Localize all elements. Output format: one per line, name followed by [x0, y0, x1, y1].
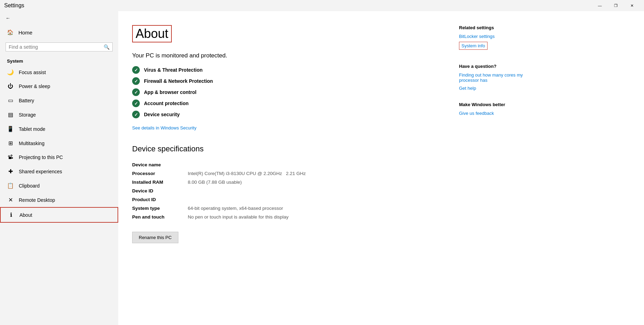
get-help-link[interactable]: Get help: [459, 86, 536, 91]
table-row: System type 64-bit operating system, x64…: [132, 204, 445, 213]
table-row: Installed RAM 8.00 GB (7.88 GB usable): [132, 178, 445, 187]
sidebar-item-storage[interactable]: ▤ Storage: [0, 108, 118, 122]
sidebar-item-label: Focus assist: [19, 70, 46, 75]
device-specs-title: Device specifications: [132, 144, 445, 153]
sidebar-item-projecting[interactable]: 📽 Projecting to this PC: [0, 150, 118, 164]
spec-value: [188, 195, 445, 204]
sidebar-item-label: Power & sleep: [19, 84, 50, 89]
search-icon[interactable]: 🔍: [104, 44, 110, 50]
checkmark-icon: ✓: [132, 88, 140, 96]
checkmark-icon: ✓: [132, 100, 140, 107]
about-icon: ℹ: [8, 212, 15, 218]
sidebar-item-battery[interactable]: ▭ Battery: [0, 93, 118, 108]
sidebar-item-tablet-mode[interactable]: 📱 Tablet mode: [0, 122, 118, 136]
spec-label: Device ID: [132, 187, 188, 195]
table-row: Processor Intel(R) Core(TM) i3-8130U CPU…: [132, 169, 445, 178]
spec-value: 64-bit operating system, x64-based proce…: [188, 204, 445, 213]
list-item: ✓ Firewall & Network Protection: [132, 77, 445, 85]
content-area: About Your PC is monitored and protected…: [132, 25, 445, 311]
titlebar-title: Settings: [4, 2, 24, 9]
table-row: Device ID: [132, 187, 445, 195]
sidebar-item-clipboard[interactable]: 📋 Clipboard: [0, 179, 118, 193]
spec-value: Intel(R) Core(TM) i3-8130U CPU @ 2.20GHz…: [188, 169, 445, 178]
table-row: Product ID: [132, 195, 445, 204]
sidebar-item-home[interactable]: 🏠 Home: [0, 25, 118, 40]
protection-item-label: Device security: [144, 112, 180, 117]
related-settings-title: Related settings: [459, 25, 536, 30]
see-details-link[interactable]: See details in Windows Security: [132, 125, 445, 130]
protection-list: ✓ Virus & Threat Protection ✓ Firewall &…: [132, 66, 445, 118]
page-title: About: [132, 25, 172, 42]
focus-assist-icon: 🌙: [7, 69, 14, 76]
titlebar-left: Settings: [4, 2, 24, 9]
sidebar-item-remote-desktop[interactable]: ✕ Remote Desktop: [0, 193, 118, 207]
close-button[interactable]: ✕: [624, 0, 640, 11]
right-panel: Related settings BitLocker settings Syst…: [459, 25, 536, 311]
sidebar-item-label: Storage: [19, 112, 36, 118]
remote-desktop-icon: ✕: [7, 197, 14, 203]
home-icon: 🏠: [7, 29, 14, 35]
spec-value: [188, 187, 445, 195]
clipboard-icon: 📋: [7, 182, 14, 189]
sidebar-item-focus-assist[interactable]: 🌙 Focus assist: [0, 65, 118, 79]
sidebar-item-label: Multitasking: [19, 141, 45, 146]
sidebar-section-system: System: [0, 56, 118, 65]
spec-value: 8.00 GB (7.88 GB usable): [188, 178, 445, 187]
spec-label: Device name: [132, 160, 188, 169]
spec-value: [188, 160, 445, 169]
bitlocker-settings-link[interactable]: BitLocker settings: [459, 34, 536, 39]
search-box[interactable]: 🔍: [6, 42, 113, 51]
sidebar-item-label: Clipboard: [19, 183, 40, 189]
battery-icon: ▭: [7, 97, 14, 104]
shared-exp-icon: ✚: [7, 168, 14, 175]
finding-cores-link[interactable]: Finding out how many cores my processor …: [459, 72, 536, 83]
titlebar: Settings — ❐ ✕: [0, 0, 644, 11]
rename-pc-button[interactable]: Rename this PC: [132, 232, 178, 243]
list-item: ✓ App & browser control: [132, 88, 445, 96]
sidebar-item-power-sleep[interactable]: ⏻ Power & sleep: [0, 79, 118, 93]
sidebar-item-about[interactable]: ℹ About: [0, 207, 118, 223]
sidebar-item-label: Remote Desktop: [19, 197, 55, 203]
protection-item-label: App & browser control: [144, 89, 196, 95]
sidebar-item-shared-experiences[interactable]: ✚ Shared experiences: [0, 164, 118, 179]
tablet-mode-icon: 📱: [7, 126, 14, 132]
sidebar-item-label: Battery: [19, 98, 34, 103]
storage-icon: ▤: [7, 111, 14, 118]
titlebar-controls: — ❐ ✕: [592, 0, 640, 11]
sidebar-item-label: Tablet mode: [19, 126, 45, 132]
system-info-link[interactable]: System info: [459, 42, 488, 50]
sidebar-item-label: Shared experiences: [19, 169, 62, 174]
spec-value: No pen or touch input is available for t…: [188, 213, 445, 221]
give-feedback-link[interactable]: Give us feedback: [459, 111, 536, 116]
protection-item-label: Virus & Threat Protection: [144, 67, 203, 73]
multitasking-icon: ⊞: [7, 140, 14, 146]
home-label: Home: [18, 30, 32, 35]
sidebar-item-multitasking[interactable]: ⊞ Multitasking: [0, 136, 118, 150]
maximize-button[interactable]: ❐: [608, 0, 624, 11]
spec-label: Processor: [132, 169, 188, 178]
pc-status-text: Your PC is monitored and protected.: [132, 52, 445, 59]
spec-label: Pen and touch: [132, 213, 188, 221]
make-windows-better-title: Make Windows better: [459, 102, 536, 107]
projecting-icon: 📽: [7, 154, 14, 160]
back-button[interactable]: ←: [0, 11, 118, 25]
sidebar-item-label: About: [19, 212, 32, 218]
table-row: Pen and touch No pen or touch input is a…: [132, 213, 445, 221]
specs-table: Device name Processor Intel(R) Core(TM) …: [132, 160, 445, 221]
list-item: ✓ Virus & Threat Protection: [132, 66, 445, 74]
table-row: Device name: [132, 160, 445, 169]
checkmark-icon: ✓: [132, 77, 140, 85]
power-sleep-icon: ⏻: [7, 83, 14, 89]
have-question-title: Have a question?: [459, 64, 536, 69]
protection-item-label: Account protection: [144, 101, 188, 106]
spec-label: System type: [132, 204, 188, 213]
checkmark-icon: ✓: [132, 66, 140, 74]
list-item: ✓ Device security: [132, 111, 445, 118]
spec-label: Installed RAM: [132, 178, 188, 187]
back-arrow-icon: ←: [6, 15, 10, 21]
protection-item-label: Firewall & Network Protection: [144, 78, 213, 84]
search-input[interactable]: [9, 44, 102, 50]
minimize-button[interactable]: —: [592, 0, 608, 11]
main-content: About Your PC is monitored and protected…: [118, 11, 644, 325]
checkmark-icon: ✓: [132, 111, 140, 118]
